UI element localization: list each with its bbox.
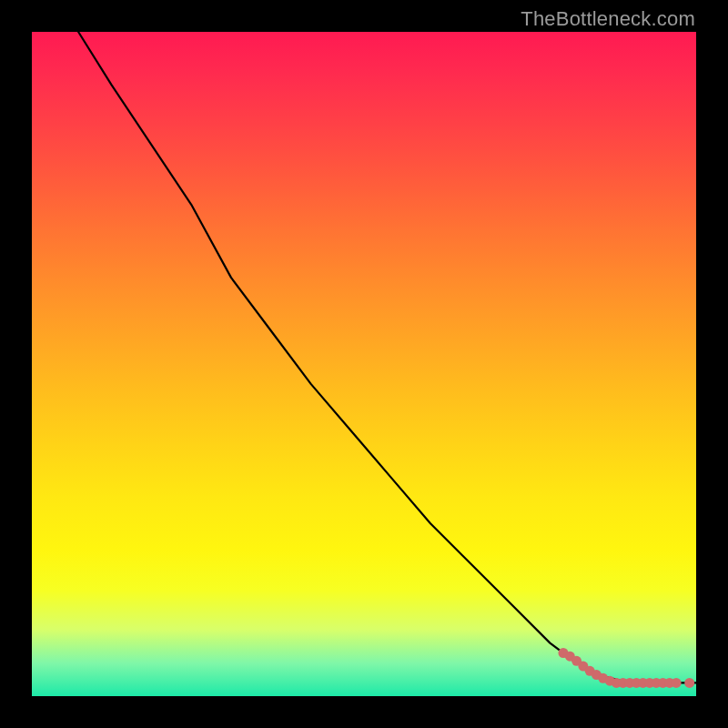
watermark-text: TheBottleneck.com [521, 7, 695, 31]
marker-point [672, 678, 682, 688]
plot-area [32, 32, 696, 696]
marker-points [559, 648, 695, 688]
chart-stage: TheBottleneck.com [0, 0, 728, 728]
chart-svg [32, 32, 696, 696]
bottleneck-curve [78, 32, 696, 682]
marker-point [684, 678, 694, 688]
